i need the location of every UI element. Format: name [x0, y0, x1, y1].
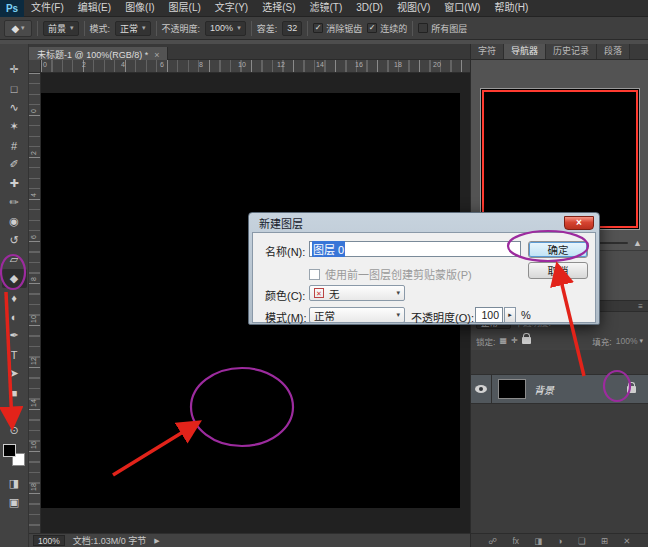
crop-tool-button[interactable]: #: [2, 136, 27, 155]
status-menu-arrow-icon[interactable]: ▶: [154, 537, 159, 545]
marquee-tool-button[interactable]: □: [2, 79, 27, 98]
menu-image[interactable]: 图像(I): [118, 0, 161, 16]
ruler-mark: 12: [30, 325, 37, 367]
tolerance-value: 32: [287, 23, 297, 33]
ruler-mark: 0: [30, 73, 37, 115]
type-tool-button[interactable]: T: [2, 345, 27, 364]
tab-navigator[interactable]: 导航器: [504, 44, 546, 59]
photoshop-logo[interactable]: Ps: [0, 0, 24, 17]
document-size-info: 文档:1.03M/0 字节: [73, 534, 147, 547]
layer-thumbnail[interactable]: [498, 379, 526, 399]
fill-label: 填充:: [592, 335, 611, 347]
quick-mask-button[interactable]: ◨: [2, 474, 27, 493]
mode-select[interactable]: 正常 ▾: [115, 21, 151, 36]
lasso-tool-button[interactable]: ∿: [2, 98, 27, 117]
separator: [412, 21, 413, 36]
eraser-tool-button[interactable]: ▱: [2, 250, 27, 269]
tolerance-field[interactable]: 32: [282, 21, 302, 36]
eye-icon: [475, 385, 487, 393]
layer-effects-icon[interactable]: fx: [512, 536, 519, 546]
fill-value[interactable]: 100% ▾: [616, 336, 643, 346]
navigator-preview[interactable]: [480, 88, 640, 230]
history-brush-tool-button[interactable]: ↺: [2, 231, 27, 250]
menu-file[interactable]: 文件(F): [24, 0, 71, 16]
ruler-mark: 14: [314, 60, 353, 69]
menu-view[interactable]: 视图(V): [390, 0, 437, 16]
tab-history[interactable]: 历史记录: [546, 44, 597, 59]
all-layers-label: 所有图层: [431, 22, 467, 35]
healing-tool-button[interactable]: ✚: [2, 174, 27, 193]
menu-filter[interactable]: 滤镜(T): [303, 0, 350, 16]
antialias-label: 消除锯齿: [326, 22, 362, 35]
ruler-mark: 20: [431, 60, 470, 69]
fill-source-select[interactable]: 前景 ▾: [43, 21, 79, 36]
tool-preset-picker[interactable]: ◆ ▾: [4, 20, 32, 37]
quick-select-tool-button[interactable]: ✶: [2, 117, 27, 136]
dialog-mode-select[interactable]: 正常 ▾: [309, 307, 405, 323]
close-icon[interactable]: ×: [154, 50, 159, 60]
color-swatches: [3, 444, 25, 466]
lock-all-icon[interactable]: [522, 337, 531, 344]
menu-select[interactable]: 选择(S): [255, 0, 302, 16]
ruler-mark: 0: [41, 60, 80, 69]
zoom-level-field[interactable]: 100%: [33, 535, 65, 546]
adjustment-layer-icon[interactable]: ◑: [558, 536, 563, 546]
zoom-in-icon[interactable]: ▲: [633, 238, 642, 248]
ruler-mark: 16: [353, 60, 392, 69]
foreground-color-swatch[interactable]: [3, 444, 16, 457]
cancel-button[interactable]: 取消: [528, 262, 588, 279]
antialias-checkbox[interactable]: ✓ 消除锯齿: [313, 22, 362, 35]
dodge-tool-button[interactable]: ◐: [2, 307, 27, 326]
clone-stamp-tool-button[interactable]: ◉: [2, 212, 27, 231]
chevron-down-icon: ▾: [396, 311, 400, 319]
layer-row-background[interactable]: 背景: [471, 374, 648, 404]
menu-type[interactable]: 文字(Y): [208, 0, 255, 16]
tab-character[interactable]: 字符: [471, 44, 504, 59]
menu-edit[interactable]: 编辑(E): [71, 0, 118, 16]
layer-group-icon[interactable]: ❏: [578, 536, 586, 546]
panel-menu-icon[interactable]: ≡: [638, 302, 643, 311]
menu-layer[interactable]: 图层(L): [162, 0, 208, 16]
ruler-mark: 8: [30, 241, 37, 283]
brush-tool-button[interactable]: ✏: [2, 193, 27, 212]
checkbox-empty-icon: [418, 23, 428, 33]
delete-layer-icon[interactable]: ✕: [623, 536, 630, 546]
menu-help[interactable]: 帮助(H): [487, 0, 535, 16]
ruler-mark: 8: [197, 60, 236, 69]
opacity-slider-arrow-icon[interactable]: ▸: [504, 307, 516, 323]
color-label: 颜色(C):: [265, 287, 305, 303]
name-label: 名称(N):: [265, 243, 305, 259]
shape-tool-button[interactable]: ■: [2, 383, 27, 402]
opacity-field[interactable]: 100% ▾: [205, 21, 246, 36]
contiguous-checkbox[interactable]: ✓ 连续的: [367, 22, 407, 35]
hand-tool-button[interactable]: ✌: [2, 402, 27, 421]
lock-position-icon[interactable]: ✛: [511, 336, 518, 345]
ruler-mark: 18: [392, 60, 431, 69]
ok-button[interactable]: 确定: [528, 241, 588, 258]
path-select-tool-button[interactable]: ➤: [2, 364, 27, 383]
dialog-close-button[interactable]: ×: [564, 216, 594, 230]
fill-number: 100%: [616, 336, 638, 346]
menu-3d[interactable]: 3D(D): [349, 0, 390, 16]
move-tool-button[interactable]: ✛: [2, 60, 27, 79]
lock-transparency-icon[interactable]: ▦: [499, 336, 507, 345]
blur-tool-button[interactable]: ♦: [2, 288, 27, 307]
new-layer-icon[interactable]: ⊞: [601, 536, 608, 546]
dialog-opacity-input[interactable]: 100: [475, 307, 503, 323]
visibility-toggle[interactable]: [471, 375, 492, 403]
tab-paragraph[interactable]: 段落: [597, 44, 630, 59]
menu-window[interactable]: 窗口(W): [437, 0, 487, 16]
screen-mode-button[interactable]: ▣: [2, 493, 27, 512]
link-layers-icon[interactable]: ☍: [489, 536, 498, 546]
dialog-title-bar[interactable]: 新建图层 ×: [252, 213, 596, 232]
layer-mask-icon[interactable]: ◨: [534, 536, 542, 546]
eyedropper-tool-button[interactable]: ✐: [2, 155, 27, 174]
pen-tool-button[interactable]: ✒: [2, 326, 27, 345]
paint-bucket-tool-button[interactable]: ◆: [2, 269, 27, 288]
zoom-tool-button[interactable]: ⊙: [2, 421, 27, 440]
background-lock-icon[interactable]: [627, 386, 636, 393]
all-layers-checkbox[interactable]: 所有图层: [418, 22, 467, 35]
layer-name-input[interactable]: 图层 0: [309, 241, 521, 257]
clipping-mask-checkbox[interactable]: [309, 269, 320, 280]
color-select[interactable]: ✕ 无 ▾: [309, 285, 405, 301]
